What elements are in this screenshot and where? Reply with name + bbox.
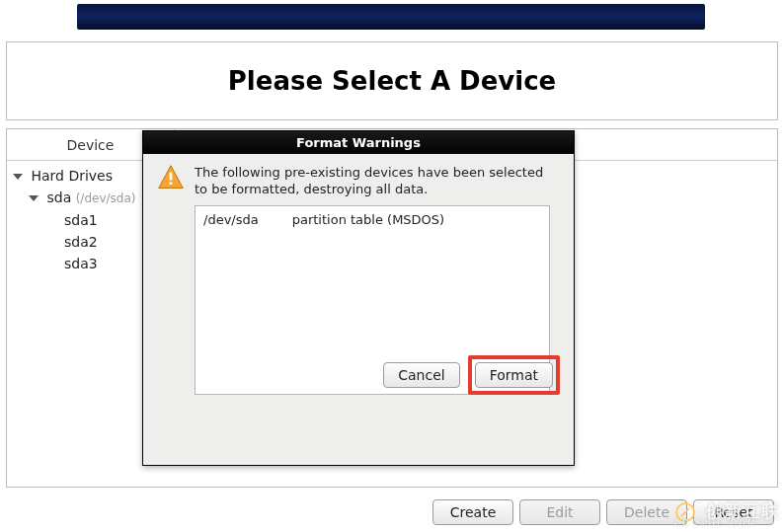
warning-icon [157, 164, 185, 191]
dialog-button-row: Cancel Format [383, 355, 560, 395]
list-dev: /dev/sda [203, 212, 259, 227]
device-tree: Hard Drives sda (/dev/sda) sda1 sda2 sda… [13, 165, 135, 274]
tree-row-partition[interactable]: sda1 [13, 209, 135, 231]
dialog-title: Format Warnings [143, 131, 574, 154]
format-warnings-dialog: Format Warnings The following pre-existi… [142, 130, 575, 466]
tree-part-label: sda1 [64, 212, 98, 228]
top-banner [77, 4, 705, 30]
page-title: Please Select A Device [7, 42, 777, 96]
tree-row-root[interactable]: Hard Drives [13, 165, 135, 187]
svg-rect-2 [170, 182, 173, 185]
dialog-message: The following pre-existing devices have … [195, 164, 560, 197]
tree-part-label: sda3 [64, 256, 98, 271]
tree-disk-label: sda [46, 190, 71, 205]
chevron-down-icon [29, 195, 39, 201]
cancel-button[interactable]: Cancel [383, 362, 459, 388]
bottom-button-bar: Create Edit Delete Reset [0, 493, 784, 532]
edit-button: Edit [519, 499, 600, 525]
list-item: /dev/sda partition table (MSDOS) [203, 212, 541, 227]
tree-part-label: sda2 [64, 234, 98, 250]
tree-row-partition[interactable]: sda3 [13, 253, 135, 274]
tree-disk-path: (/dev/sda) [76, 191, 136, 205]
tree-row-disk[interactable]: sda (/dev/sda) [13, 187, 135, 209]
format-highlight: Format [468, 355, 560, 395]
reset-button[interactable]: Reset [693, 499, 774, 525]
title-panel: Please Select A Device [6, 41, 778, 120]
svg-rect-1 [170, 173, 173, 181]
tree-root-label: Hard Drives [31, 168, 113, 184]
list-desc: partition table (MSDOS) [292, 212, 444, 227]
delete-button: Delete [606, 499, 687, 525]
chevron-down-icon [13, 174, 23, 180]
create-button[interactable]: Create [432, 499, 513, 525]
tree-row-partition[interactable]: sda2 [13, 231, 135, 253]
format-button[interactable]: Format [475, 362, 553, 388]
dialog-body: The following pre-existing devices have … [143, 154, 574, 405]
